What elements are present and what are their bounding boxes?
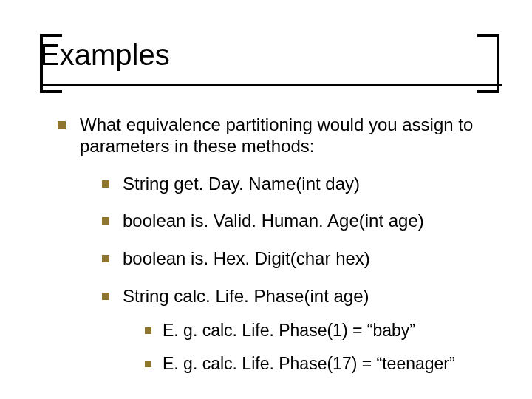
slide: Examples What equivalence partitioning w… xyxy=(0,0,532,399)
bullet-method-3: boolean is. Hex. Digit(char hex) xyxy=(102,248,497,270)
method-2-text: boolean is. Valid. Human. Age(int age) xyxy=(123,211,424,231)
example-2-text: E. g. calc. Life. Phase(17) = “teenager” xyxy=(163,354,455,373)
bullet-method-1: String get. Day. Name(int day) xyxy=(102,174,497,195)
slide-title: Examples xyxy=(40,38,502,71)
bullet-method-4: String calc. Life. Phase(int age) E. g. … xyxy=(102,286,497,375)
bullet-example-1: E. g. calc. Life. Phase(1) = “baby” xyxy=(145,321,497,341)
bullet-method-2: boolean is. Valid. Human. Age(int age) xyxy=(102,211,497,232)
intro-text: What equivalence partitioning would you … xyxy=(80,115,473,156)
slide-body: What equivalence partitioning would you … xyxy=(58,115,497,388)
method-1-text: String get. Day. Name(int day) xyxy=(123,174,360,194)
method-3-text: boolean is. Hex. Digit(char hex) xyxy=(123,248,370,268)
title-area: Examples xyxy=(40,38,502,90)
title-underline xyxy=(40,84,502,86)
method-4-text: String calc. Life. Phase(int age) xyxy=(123,286,369,306)
example-1-text: E. g. calc. Life. Phase(1) = “baby” xyxy=(163,321,415,340)
bullet-intro: What equivalence partitioning would you … xyxy=(58,115,497,375)
bullet-example-2: E. g. calc. Life. Phase(17) = “teenager” xyxy=(145,354,497,375)
